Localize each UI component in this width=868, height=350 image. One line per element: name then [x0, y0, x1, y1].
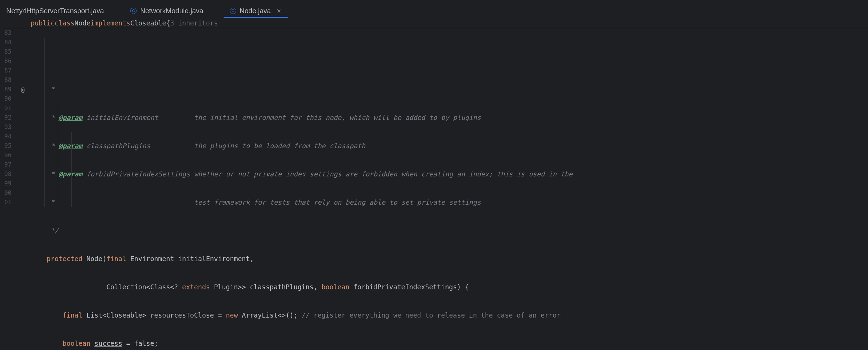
code-line[interactable]: * @param classpathPlugins the plugins to…: [31, 141, 868, 151]
gutter-blank: [15, 151, 31, 160]
line-number[interactable]: 87: [0, 66, 11, 75]
override-gutter-icon[interactable]: @: [15, 85, 31, 94]
line-number[interactable]: 92: [0, 113, 11, 122]
class-icon: C: [130, 8, 137, 14]
class-name: Node: [75, 18, 91, 28]
line-number[interactable]: 95: [0, 141, 11, 151]
code-line[interactable]: *: [31, 85, 868, 94]
gutter-blank: [15, 66, 31, 75]
line-number[interactable]: 01: [0, 198, 11, 207]
gutter-blank: [15, 75, 31, 85]
breadcrumb[interactable]: public class Node implements Closeable {…: [0, 18, 868, 28]
line-number[interactable]: 84: [0, 38, 11, 47]
tab-bar: Netty4HttpServerTransport.java C Network…: [0, 0, 868, 18]
tab-networkmodule[interactable]: C NetworkModule.java: [124, 5, 209, 18]
kw-public: public: [31, 18, 55, 28]
gutter-blank: [15, 94, 31, 104]
tab-node[interactable]: C Node.java ✕: [224, 5, 288, 18]
line-number[interactable]: 94: [0, 132, 11, 141]
gutter-blank: [15, 132, 31, 141]
tab-netty4[interactable]: Netty4HttpServerTransport.java: [0, 5, 110, 18]
line-number[interactable]: 96: [0, 151, 11, 160]
gutter-blank: [15, 141, 31, 151]
line-number[interactable]: 89: [0, 85, 11, 94]
line-number[interactable]: 98: [0, 169, 11, 179]
line-number[interactable]: 86: [0, 56, 11, 66]
code-area[interactable]: * * @param initialEnvironment the initia…: [31, 28, 868, 345]
line-number[interactable]: 00: [0, 188, 11, 198]
line-number[interactable]: 99: [0, 179, 11, 188]
line-number[interactable]: 91: [0, 104, 11, 113]
line-gutter[interactable]: 83848586878889909192939495969798990001: [0, 28, 15, 345]
gutter-blank: [15, 188, 31, 198]
line-number[interactable]: 88: [0, 75, 11, 85]
tab-label: NetworkModule.java: [140, 6, 203, 16]
code-line[interactable]: Collection<Class<? extends Plugin>> clas…: [31, 282, 868, 292]
annotation-gutter[interactable]: @: [15, 28, 31, 345]
editor-area: 83848586878889909192939495969798990001 @…: [0, 28, 868, 345]
iface-name: Closeable: [130, 18, 166, 28]
class-icon: C: [230, 8, 236, 14]
gutter-blank: [15, 104, 31, 113]
code-line[interactable]: */: [31, 226, 868, 235]
gutter-blank: [15, 160, 31, 169]
code-line[interactable]: * test framework for tests that rely on …: [31, 198, 868, 207]
code-line[interactable]: * @param initialEnvironment the initial …: [31, 113, 868, 122]
line-number[interactable]: 93: [0, 122, 11, 132]
line-number[interactable]: 85: [0, 47, 11, 56]
kw-class: class: [55, 18, 75, 28]
gutter-blank: [15, 56, 31, 66]
gutter-blank: [15, 169, 31, 179]
brace: {: [166, 18, 170, 28]
kw-implements: implements: [91, 18, 130, 28]
gutter-blank: [15, 113, 31, 122]
inheritors-hint[interactable]: 3 inheritors: [170, 18, 218, 28]
tab-label: Netty4HttpServerTransport.java: [6, 6, 104, 16]
gutter-blank: [15, 28, 31, 38]
code-line[interactable]: protected Node(final Environment initial…: [31, 254, 868, 264]
line-number[interactable]: 97: [0, 160, 11, 169]
line-number[interactable]: 83: [0, 28, 11, 38]
code-line[interactable]: boolean success = false;: [31, 339, 868, 348]
tab-label: Node.java: [240, 6, 271, 16]
gutter-blank: [15, 198, 31, 207]
gutter-blank: [15, 38, 31, 47]
gutter-blank: [15, 47, 31, 56]
gutter-blank: [15, 179, 31, 188]
gutter-blank: [15, 122, 31, 132]
close-icon[interactable]: ✕: [276, 6, 282, 16]
code-line[interactable]: * @param forbidPrivateIndexSettings whet…: [31, 169, 868, 179]
line-number[interactable]: 90: [0, 94, 11, 104]
code-line[interactable]: final List<Closeable> resourcesToClose =…: [31, 311, 868, 320]
